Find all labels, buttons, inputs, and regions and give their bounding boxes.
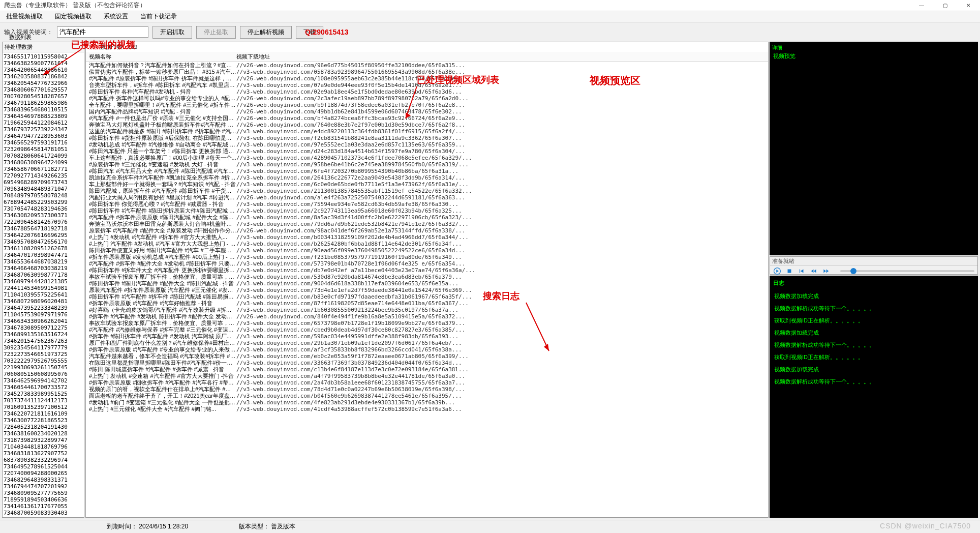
id-item[interactable]: 7037374411124412173 <box>4 397 83 404</box>
id-item[interactable]: 7346586706671182771 <box>4 166 83 172</box>
table-row[interactable]: #陈田拆车件 #汽车配件 #拆车件 #陈田汽配城 #陈田易损件 - 抖音//v3… <box>86 293 768 300</box>
col-download-url[interactable]: 视频下载地址 <box>236 53 765 61</box>
table-row[interactable]: #发动机 #前门 #变速箱 #三元催化 #配件大全 一件也是批发价...//v3… <box>86 399 768 406</box>
table-row[interactable]: #汽车配件 #汽修维修与保养 #拆车完整 #三元催化 #变速箱...//v3-w… <box>86 327 768 333</box>
id-item[interactable]: 7346791186259865986 <box>4 100 83 106</box>
id-item[interactable]: 7346793725739224347 <box>4 126 83 133</box>
table-row[interactable]: 假冒伪劣汽车配件，标签一贴秒变原厂出品！ #315 #汽车配件 -...//v3… <box>86 69 768 75</box>
table-row[interactable]: #好喜鸥（卡壳鸡皮攻鸽哥/汽车配件 #汽车改装升级 #拆车件...//v3-we… <box>86 307 768 313</box>
table-row[interactable]: 奔驰宝马沃尔沃本田丰田雷克萨斯原装大灯音响#机盖叶子板车...//v3-web.… <box>86 221 768 227</box>
table-row[interactable]: 原装汽车配件 #拆车件原装原版 汽车配件 #三元催化 #发动机...//v3-w… <box>86 287 768 293</box>
maximize-button[interactable]: ▢ <box>933 0 957 11</box>
table-row[interactable]: 原装拆车 #汽车配件 #配件大全 #原装发动 #轩图创作作分中心...//v26… <box>86 227 768 234</box>
table-row[interactable]: #上热门 #三元催化 #配件大全 #汽车配件 #阀门铭...//v3-web.d… <box>86 406 768 412</box>
id-item[interactable]: 6954968289709673743 <box>4 179 83 186</box>
col-video-name[interactable]: 视频名称 <box>89 53 236 61</box>
id-item[interactable]: 7346829648398331371 <box>4 477 83 483</box>
id-item[interactable]: 7007288799593908483 <box>4 516 83 517</box>
id-item[interactable]: 7318739829322899747 <box>4 437 83 443</box>
table-row[interactable]: #陈田 陈田城震拆车件 #汽车配件 #拆车件 #减震 - 抖音//v3-web.… <box>86 366 768 373</box>
id-item[interactable]: 7346220721811616109 <box>4 410 83 417</box>
id-item[interactable]: 7346839654680110515 <box>4 106 83 113</box>
table-row[interactable]: #陈田拆车件 #汽车配件 #陈田拆拆原装大件#陈田汽配城 - 抖音//v3-we… <box>86 208 768 214</box>
id-item[interactable]: 7232273546651973725 <box>4 351 83 358</box>
table-row[interactable]: 国内汽车配件品牌#汽车知识 #汽配 - 抖音//v26-web.douyinvo… <box>86 108 768 115</box>
id-item[interactable]: 7346870059083930403 <box>4 510 83 516</box>
id-item[interactable]: 7346495278961525044 <box>4 463 83 470</box>
id-item[interactable]: 7070828060641724099 <box>4 153 83 159</box>
id-item[interactable]: 7346957080472656170 <box>4 239 83 245</box>
id-item[interactable]: 7345273833989951525 <box>4 391 83 397</box>
id-item[interactable]: 7346809095277775659 <box>4 490 83 496</box>
fastfwd-icon[interactable] <box>822 267 830 275</box>
table-row[interactable]: #陈田拆车件 各种汽车配件#发动机 - 抖音//v3-web.douyinvod… <box>86 88 768 95</box>
id-item[interactable]: 7207400094288000265 <box>4 470 83 477</box>
table-row[interactable]: 事故车试验车报废车原厂拆车件，价格便宜、质量可靠，盟盟先...//v3-web.… <box>86 274 768 280</box>
id-item[interactable]: 7346638259007761674 <box>4 60 83 67</box>
id-item[interactable]: 7346308209537300371 <box>4 212 83 219</box>
play-icon[interactable] <box>773 267 781 275</box>
menu-download-log[interactable]: 当前下载记录 <box>136 11 181 22</box>
id-item[interactable]: 7189591894503406636 <box>4 496 83 503</box>
id-item[interactable]: 2219930693261150745 <box>4 364 83 371</box>
table-row[interactable]: 车上那些部件好一个就得换一套吗？#汽车知识 #汽配 - 抖音//v3-web.d… <box>86 181 768 188</box>
table-row[interactable]: #拆车件原装原版 #发动机总成 #汽车配件 #00后上热门 - 抖音//v3-w… <box>86 254 768 260</box>
table-row[interactable]: 音类车型拆车件，#拆车件 #陈田拆车 #汽配汽车 #凯里店大全#...//v3-… <box>86 82 768 88</box>
id-item[interactable]: 7346473952233348239 <box>4 305 83 311</box>
table-row[interactable]: #发动机总成 #汽车配件 #汽修维修 #自动离合 #汽车配城 - 抖音//v3-… <box>86 141 768 148</box>
id-item[interactable]: 7104034481818769796 <box>4 443 83 450</box>
keyword-input[interactable] <box>57 26 148 38</box>
close-button[interactable]: ✕ <box>957 0 980 11</box>
id-item[interactable]: 3092354564117977779 <box>4 344 83 351</box>
table-row[interactable]: 在陈田这里都是指哪里拆哪里#陈田车件#汽车配件#价一条线...//v3-web.… <box>86 360 768 366</box>
id-item[interactable]: 7284052318204191430 <box>4 424 83 430</box>
id-item[interactable]: 6788942485229503299 <box>4 199 83 205</box>
table-row[interactable]: 事故车试验车报废车原厂拆车件，价格便宜、质量可靠，盟盟先...//v3-web.… <box>86 320 768 327</box>
id-item[interactable]: 7346553644687038219 <box>4 258 83 265</box>
log-content[interactable]: 视频数据加载完成视频数据解析成功等待下一个。。。。。获取到视频ID正在解析。。。… <box>772 288 975 515</box>
table-row[interactable]: #上热门 汽车配件 #发动机 #汽车 #官方大大我想上热门 - 抖音//v3-w… <box>86 241 768 247</box>
id-item[interactable]: 6837890382332296974 <box>4 457 83 463</box>
table-row[interactable]: 面店老板的老车配件终于齐了，开工！#2021奥car年度盘典 #转...//v3… <box>86 393 768 399</box>
id-item[interactable]: 7346470170398947471 <box>4 252 83 258</box>
id-item[interactable]: 7346420065448886610 <box>4 67 83 73</box>
table-row[interactable]: #拆车件原装原版 #汽车配件 #专业的事交给专业的人来做#更靠...//v3-w… <box>86 346 768 353</box>
table-row[interactable]: 车上这些配件，真没必要换原厂！#00后小助理 #每天一个...//v3-web.… <box>86 155 768 161</box>
stop-parse-button[interactable]: 停止解析视频 <box>240 26 292 39</box>
table-row[interactable]: 凯迪拉克全系拆车件#汽车配件 #凯迪拉克全系拆车件 #拆车件 #...//v3-… <box>86 174 768 181</box>
id-list[interactable]: 7346551710115958042734663825900776167473… <box>3 52 84 517</box>
id-item[interactable]: 7196625944122084612 <box>4 120 83 126</box>
table-row[interactable]: 这里的汽车配件就是多 #陈田 #陈田拆车件 #拆车配件 #汽配...//v3-w… <box>86 128 768 135</box>
table-row[interactable]: 原厂件和副厂件到底有什么差别？#汽车维修保养#田村庄汽车件...//v3-web… <box>86 340 768 346</box>
table-row[interactable]: #陈田拆车件 #货柜件原装原版 #后保险杠 在陈田哪怕是一根线...//v3-w… <box>86 135 768 141</box>
id-item[interactable]: 7222096458142670976 <box>4 219 83 225</box>
table-row[interactable]: 汽配行业大揭入局?用反有妙招 #星展计划 #汽车 #转进汽车 - 抖音//v26… <box>86 194 768 201</box>
minimize-button[interactable]: — <box>910 0 933 11</box>
id-item[interactable]: 7007028054518287657 <box>4 93 83 100</box>
menu-settings[interactable]: 系统设置 <box>100 11 132 22</box>
id-item[interactable]: 7346807298696020481 <box>4 298 83 305</box>
table-row[interactable]: #陈田拆车件 你觉得恶心喽？#汽车配件 #减震器 - 抖音//v3-web.do… <box>86 201 768 208</box>
id-item[interactable]: 7346831813627907752 <box>4 450 83 457</box>
rewind-icon[interactable] <box>810 267 818 275</box>
table-row[interactable]: 汽车配件如何做抖音？汽车配件如何在抖音上引流？#直播运营 #...//v26-w… <box>86 62 768 69</box>
menu-fixed-extract[interactable]: 固定视频提取 <box>51 11 96 22</box>
table-row[interactable]: 视频的原门的呀，视软全车配件什在排单上#汽车配件 #汽车配件 #...//v3-… <box>86 386 768 393</box>
table-row[interactable]: #上热门 #发动机 #汽车配件 #拆车件 #官方大大推热人...//v3-web… <box>86 234 768 241</box>
stop-extract-button[interactable]: 停止提取 <box>196 26 236 39</box>
table-row[interactable]: #汽车配件 #一件也是出厂价 #原装 #三元催化 #支持全国各地...//v26… <box>86 115 768 122</box>
id-item[interactable]: 7016091352397100512 <box>4 404 83 410</box>
table-row[interactable]: #汽车配件 拆车件这样可以吗#专业的事交给专业的人 #配件大全 #...//v2… <box>86 95 768 102</box>
table-row[interactable]: 陈田汽配城，原装拆车件 #汽车配件 #陈田拆车件 #干货分享 -...//v3-… <box>86 188 768 194</box>
id-item[interactable]: 7346462596994142702 <box>4 377 83 384</box>
id-item[interactable]: 7270927714349266235 <box>4 172 83 179</box>
table-row[interactable]: 奔驰宝马大灯尾灯机盖叶子板前嘴原装拆车件#汽车配件 #陈田拆...//v26-w… <box>86 122 768 128</box>
id-item[interactable]: 7110410395575225641 <box>4 291 83 298</box>
table-row[interactable]: 陈田拆车件便宜又好用 #陈田汽车配件 #汽车 #二手车服运工...//v3-we… <box>86 247 768 254</box>
table-row[interactable]: #拆车件原装原版 #回收拆车件 #汽车配件 #汽车各行 #蒂蒂...//v3-w… <box>86 379 768 386</box>
table-row[interactable]: #上热门 发动机 #变速箱 #汽车配件 #官方大大要推门 -抖音//v3-web… <box>86 373 768 379</box>
id-item[interactable]: 7346794474707201992 <box>4 483 83 490</box>
id-item[interactable]: 7346783089509712275 <box>4 324 83 331</box>
id-item[interactable]: 7346551710115958042 <box>4 53 83 60</box>
table-row[interactable]: 全车配件，要哪里拆哪里！#汽车配件 #三元催化 #拆车件 #发动...//v26… <box>86 102 768 108</box>
